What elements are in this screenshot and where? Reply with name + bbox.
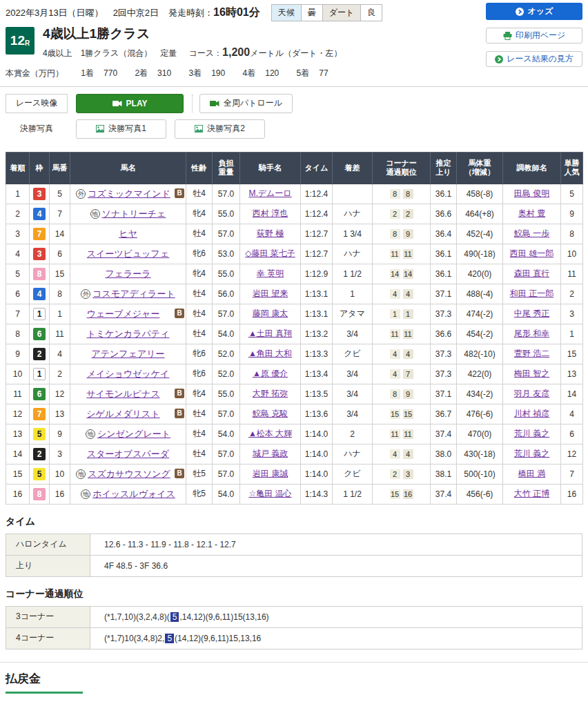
odds-button[interactable]: オッズ — [486, 3, 582, 20]
horse-link[interactable]: ホイッスルヴォイス — [92, 489, 175, 499]
trainer-link[interactable]: 橋田 満 — [518, 469, 545, 478]
corner-order-cell: 1414 — [373, 264, 431, 284]
horse-link[interactable]: ウェーブメジャー — [87, 309, 160, 319]
corner3-position: 8 — [390, 229, 400, 239]
jockey-link[interactable]: 荻野 極 — [257, 228, 284, 238]
horse-number-cell: 12 — [50, 384, 70, 404]
horse-link[interactable]: スイーツビュッフェ — [87, 248, 169, 259]
trainer-link[interactable]: 荒川 義之 — [514, 429, 549, 438]
corner-order-cell: 1111 — [373, 324, 431, 344]
horse-link[interactable]: トミケンカラパティ — [87, 329, 170, 339]
play-button[interactable]: PLAY — [76, 94, 184, 113]
jockey-link[interactable]: 城戸 義政 — [253, 449, 288, 458]
jockey-link[interactable]: 岩田 望来 — [253, 289, 288, 298]
jockey-link[interactable]: 大野 拓弥 — [253, 389, 288, 398]
horse-number-cell: 9 — [50, 424, 70, 444]
trainer-link[interactable]: 萱野 浩二 — [514, 349, 549, 358]
payout-title: 払戻金 — [6, 671, 582, 687]
horse-link[interactable]: コスモアディラート — [92, 289, 175, 299]
horse-link[interactable]: ソナトリーチェ — [102, 208, 166, 219]
horse-link[interactable]: フェラーラ — [105, 268, 150, 279]
trainer-link[interactable]: 梅田 智之 — [514, 369, 549, 378]
trainer-link[interactable]: 川村 禎彦 — [514, 409, 549, 418]
col-header-time: タイム — [301, 152, 333, 184]
horse-link[interactable]: シンゼングレート — [97, 429, 170, 439]
result-row: 1359地シンゼングレート牡454.0▲松本 大輝1:14.02111137.4… — [6, 424, 583, 444]
results-header-row: 着順 枠 馬番 馬名 性齢 負担 重量 騎手名 タイム 着差 コーナー 通過順位… — [6, 152, 583, 184]
trainer-link[interactable]: 和田 正一郎 — [510, 289, 553, 298]
horse-link[interactable]: ヒヤ — [119, 228, 137, 239]
trainer-link[interactable]: 田島 俊明 — [514, 188, 549, 198]
trainer-link[interactable]: 森田 直行 — [514, 268, 549, 278]
trainer-link[interactable]: 尾形 和幸 — [514, 329, 549, 338]
sex-age-cell: 牡4 — [186, 324, 213, 344]
finish-photo1-button[interactable]: 決勝写真1 — [76, 119, 166, 139]
horse-link[interactable]: アテンフェアリー — [91, 349, 164, 359]
horse-link[interactable]: コズミックマインド — [88, 188, 170, 199]
trainer-link[interactable]: 中尾 秀正 — [514, 309, 549, 318]
trainer-link[interactable]: 西田 雄一郎 — [510, 248, 553, 258]
jockey-link[interactable]: ◇藤田 菜七子 — [245, 248, 295, 258]
patrol-video-button[interactable]: 全周パトロール — [199, 94, 293, 113]
horse-link[interactable]: スターオブスパーダ — [87, 449, 169, 459]
jockey-link[interactable]: M.デムーロ — [248, 188, 291, 198]
corner3-position: 11 — [390, 329, 400, 339]
corner-order-cell: 44 — [373, 444, 431, 464]
margin-cell: 1 3/4 — [333, 224, 373, 244]
finish-photo2-button[interactable]: 決勝写真2 — [175, 119, 265, 139]
side-buttons: オッズ 印刷用ページ レース結果の見方 — [486, 3, 582, 67]
result-guide-button[interactable]: レース結果の見方 — [486, 51, 582, 67]
body-weight-cell: 500(-10) — [457, 464, 503, 484]
trainer-link[interactable]: 荒川 義之 — [514, 449, 549, 458]
trainer-link[interactable]: 羽月 友彦 — [514, 389, 549, 398]
favorite-cell: 12 — [561, 444, 583, 464]
margin-cell: ハナ — [333, 444, 373, 464]
frame-badge: 3 — [33, 248, 46, 260]
jockey-link[interactable]: 岩田 康誠 — [253, 469, 288, 478]
corner3-position: 4 — [390, 369, 400, 379]
blinker-badge: B — [175, 309, 184, 318]
print-page-button[interactable]: 印刷用ページ — [486, 28, 582, 43]
corner3-label: 3コーナー — [6, 606, 90, 627]
last3f-cell: 36.4 — [431, 224, 457, 244]
jockey-link[interactable]: ▲松本 大輝 — [248, 429, 292, 438]
horse-number-cell: 11 — [50, 324, 70, 344]
corner-order-cell: 22 — [373, 204, 431, 224]
horse-name-cell: アテンフェアリー — [70, 344, 186, 364]
frame-cell: 4 — [30, 204, 50, 224]
winner-highlight: 5 — [165, 634, 174, 643]
weight-cell: 57.0 — [213, 304, 240, 324]
jockey-link[interactable]: ▲土田 真翔 — [248, 329, 292, 338]
jockey-link[interactable]: ▲原 優介 — [253, 369, 288, 378]
horse-link[interactable]: メイショウゼッケイ — [87, 369, 170, 379]
corner4-position: 1 — [403, 309, 413, 319]
corner3-position: 15 — [390, 489, 400, 499]
video-camera-icon — [210, 100, 219, 107]
trainer-link[interactable]: 鮫島 一歩 — [514, 228, 549, 238]
horse-link[interactable]: スズカサウスソング — [88, 469, 170, 479]
race-number-badge: 12R — [6, 27, 35, 55]
body-weight-cell: 430(-18) — [457, 444, 503, 464]
weather-label: 天候 — [272, 5, 302, 21]
horse-name-cell: フェラーラ — [70, 264, 186, 284]
horse-link[interactable]: サイモンルピナス — [86, 389, 159, 399]
corner4-position: 4 — [403, 449, 413, 459]
trainer-link[interactable]: 大竹 正博 — [514, 489, 549, 498]
margin-cell — [333, 184, 373, 204]
jockey-link[interactable]: ▲角田 大和 — [248, 349, 292, 358]
horse-link[interactable]: シゲルメダリスト — [86, 409, 159, 419]
jockey-cell: 西村 淳也 — [240, 204, 301, 224]
prize-amount: 310 — [157, 68, 171, 78]
jockey-link[interactable]: 藤岡 康太 — [253, 309, 288, 318]
jockey-link[interactable]: 西村 淳也 — [253, 208, 288, 218]
jockey-link[interactable]: ☆亀田 温心 — [248, 489, 291, 498]
col-header-order: 着順 — [6, 152, 30, 184]
jockey-link[interactable]: 幸 英明 — [257, 268, 284, 278]
corner4-position: 4 — [403, 289, 413, 299]
weight-cell: 52.0 — [213, 344, 240, 364]
jockey-cell: ☆亀田 温心 — [240, 484, 301, 504]
jockey-link[interactable]: 鮫島 克駿 — [253, 409, 288, 418]
order-cell: 6 — [6, 284, 30, 304]
trainer-link[interactable]: 奥村 豊 — [518, 208, 545, 218]
prize-place: 1着 — [81, 68, 94, 78]
